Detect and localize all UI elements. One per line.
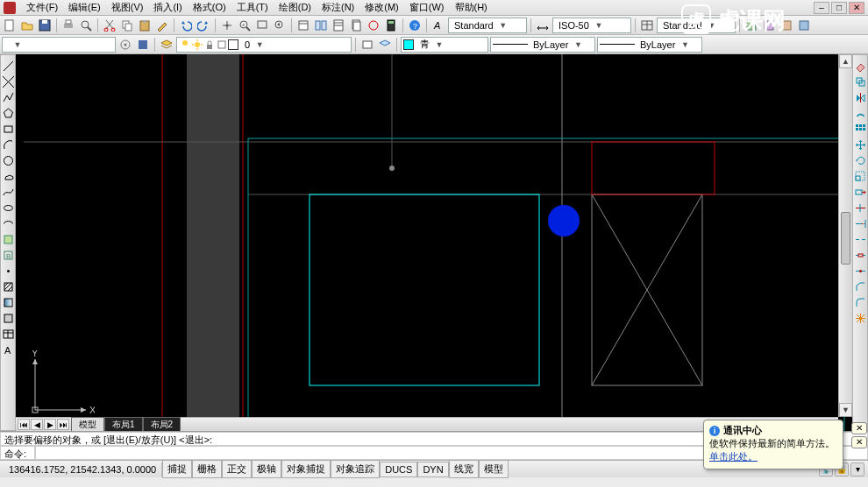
extra-icon-4[interactable]	[796, 18, 812, 33]
menu-file[interactable]: 文件(F)	[21, 0, 63, 16]
mtext-icon[interactable]: A	[1, 342, 15, 356]
designcenter-icon[interactable]	[313, 18, 329, 33]
vertical-scrollbar[interactable]: ▲ ▼	[838, 54, 852, 417]
zoom-window-icon[interactable]	[254, 18, 270, 33]
copy-icon[interactable]	[119, 18, 135, 33]
calc-icon[interactable]	[383, 18, 399, 33]
help-icon[interactable]: ?	[407, 18, 423, 33]
menu-format[interactable]: 格式(O)	[188, 0, 231, 16]
break-point-icon[interactable]	[853, 232, 867, 246]
scroll-up-button[interactable]: ▲	[839, 54, 852, 68]
menu-draw[interactable]: 绘图(D)	[274, 0, 317, 16]
preview-icon[interactable]	[78, 18, 94, 33]
gradient-icon[interactable]	[1, 295, 15, 309]
array-icon[interactable]	[853, 122, 867, 136]
ortho-toggle[interactable]: 正交	[222, 460, 252, 478]
snap-toggle[interactable]: 捕捉	[162, 460, 192, 478]
menu-dimension[interactable]: 标注(N)	[317, 0, 359, 16]
xline-icon[interactable]	[1, 74, 15, 88]
close-button[interactable]: ✕	[849, 2, 864, 14]
osnap-toggle[interactable]: 对象捕捉	[281, 460, 331, 478]
layer-prev-icon[interactable]	[377, 37, 393, 53]
sheetset-icon[interactable]	[348, 18, 364, 33]
grid-toggle[interactable]: 栅格	[192, 460, 222, 478]
menu-view[interactable]: 视图(V)	[106, 0, 149, 16]
polyline-icon[interactable]	[1, 90, 15, 104]
tray-settings-icon[interactable]: ▾	[850, 462, 864, 476]
workspace-settings-icon[interactable]	[117, 37, 133, 53]
tab-layout2[interactable]: 布局2	[143, 417, 181, 432]
extra-icon-2[interactable]	[761, 18, 777, 33]
region-icon[interactable]	[1, 311, 15, 325]
color-combo[interactable]: 青▼	[401, 37, 488, 53]
match-icon[interactable]	[154, 18, 170, 33]
tab-model[interactable]: 模型	[71, 417, 104, 432]
scroll-thumb-v[interactable]	[841, 212, 850, 265]
polygon-icon[interactable]	[1, 106, 15, 120]
redo-icon[interactable]	[196, 18, 211, 33]
table-icon[interactable]	[1, 327, 15, 341]
zoom-prev-icon[interactable]	[272, 18, 288, 33]
undo-icon[interactable]	[178, 18, 194, 33]
lwt-toggle[interactable]: 线宽	[449, 460, 479, 478]
layer-states-icon[interactable]	[359, 37, 375, 53]
rectangle-icon[interactable]	[1, 122, 15, 136]
make-block-icon[interactable]: B	[1, 248, 15, 262]
lineweight-combo[interactable]: ByLayer▼	[597, 37, 702, 53]
extra-icon-3[interactable]	[779, 18, 794, 33]
print-icon[interactable]	[60, 18, 76, 33]
trim-icon[interactable]	[853, 201, 867, 215]
otrack-toggle[interactable]: 对象追踪	[331, 460, 380, 478]
menu-window[interactable]: 窗口(W)	[404, 0, 450, 16]
mirror-icon[interactable]	[853, 90, 867, 104]
workspace-save-icon[interactable]	[135, 37, 151, 53]
menu-modify[interactable]: 修改(M)	[359, 0, 404, 16]
minimize-button[interactable]: –	[814, 2, 829, 14]
maximize-button[interactable]: □	[831, 2, 847, 14]
markup-icon[interactable]	[366, 18, 381, 33]
rotate-icon[interactable]	[853, 153, 867, 167]
extend-icon[interactable]	[853, 216, 867, 230]
model-toggle[interactable]: 模型	[479, 460, 509, 478]
cut-icon[interactable]	[102, 18, 117, 33]
layer-combo[interactable]: 0▼	[176, 37, 352, 53]
popup-close-2[interactable]: ✕	[851, 436, 867, 448]
dim-style-combo[interactable]: ISO-50▼	[552, 18, 631, 33]
pan-icon[interactable]	[219, 18, 235, 33]
circle-icon[interactable]	[1, 153, 15, 167]
ducs-toggle[interactable]: DUCS	[380, 462, 417, 477]
offset-icon[interactable]	[853, 106, 867, 120]
ellipse-arc-icon[interactable]	[1, 216, 15, 230]
point-icon[interactable]	[1, 264, 15, 278]
text-style-combo[interactable]: Standard▼	[448, 18, 527, 33]
dyn-toggle[interactable]: DYN	[417, 462, 448, 477]
copy-obj-icon[interactable]	[853, 74, 867, 88]
coords-display[interactable]: 136416.1752, 21542.1343, 0.0000	[4, 462, 162, 476]
tab-first-button[interactable]: ⏮	[18, 419, 30, 430]
properties-icon[interactable]	[295, 18, 311, 33]
workspace-combo[interactable]: ▼	[2, 37, 116, 53]
tab-layout1[interactable]: 布局1	[104, 417, 143, 432]
dim-style-icon[interactable]	[535, 18, 551, 33]
menu-help[interactable]: 帮助(H)	[450, 0, 493, 16]
tab-last-button[interactable]: ⏭	[57, 419, 69, 430]
linetype-combo[interactable]: ByLayer▼	[490, 37, 595, 53]
insert-block-icon[interactable]	[1, 232, 15, 246]
drawing-canvas[interactable]: X Y ▲ ▼ ⏮ ◀ ▶ ⏭ 模型 布局1 布局2	[16, 54, 852, 431]
arc-icon[interactable]	[1, 138, 15, 152]
table-style-combo[interactable]: Standard▼	[657, 18, 736, 33]
tab-prev-button[interactable]: ◀	[31, 419, 43, 430]
table-style-icon[interactable]	[639, 18, 655, 33]
polar-toggle[interactable]: 极轴	[252, 460, 281, 478]
revcloud-icon[interactable]	[1, 169, 15, 183]
popup-link[interactable]: 单击此处。	[709, 451, 758, 462]
line-icon[interactable]	[1, 59, 15, 73]
zoom-realtime-icon[interactable]: +	[237, 18, 253, 33]
hatch-icon[interactable]	[1, 279, 15, 293]
menu-edit[interactable]: 编辑(E)	[63, 0, 106, 16]
erase-icon[interactable]	[853, 59, 867, 73]
menu-insert[interactable]: 插入(I)	[148, 0, 187, 16]
scroll-down-button[interactable]: ▼	[839, 403, 852, 417]
tab-next-button[interactable]: ▶	[44, 419, 56, 430]
save-icon[interactable]	[37, 18, 53, 33]
